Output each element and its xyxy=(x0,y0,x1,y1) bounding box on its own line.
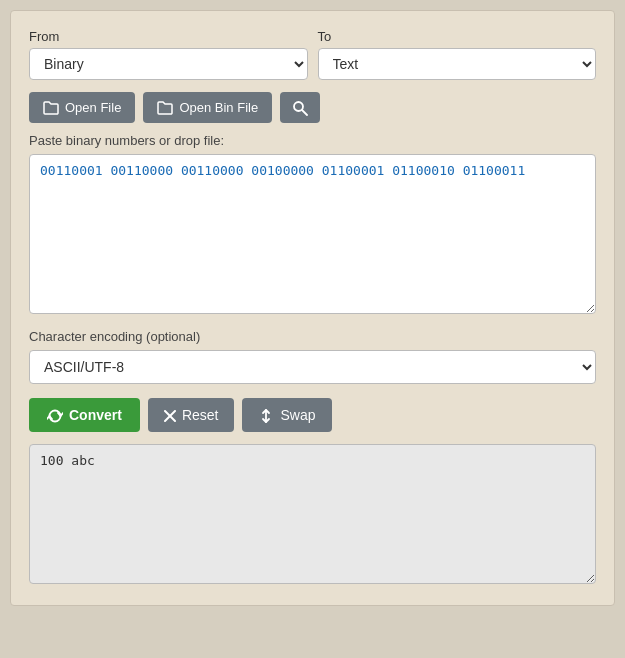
open-file-label: Open File xyxy=(65,100,121,115)
folder-bin-icon xyxy=(157,100,173,116)
reset-button[interactable]: Reset xyxy=(148,398,235,431)
open-bin-file-label: Open Bin File xyxy=(179,100,258,115)
svg-line-1 xyxy=(302,110,307,115)
to-dropdown[interactable]: TextBinaryHexDecimalOctalBase64 xyxy=(318,48,597,80)
main-container: From To BinaryTextHexDecimalOctalBase64 … xyxy=(10,10,615,606)
swap-button[interactable]: Swap xyxy=(242,398,331,431)
binary-input[interactable] xyxy=(29,154,596,314)
output-area[interactable] xyxy=(29,444,596,584)
convert-label: Convert xyxy=(69,407,122,423)
x-icon xyxy=(164,407,176,423)
from-label: From xyxy=(29,29,308,44)
action-buttons-row: Convert Reset Swap xyxy=(29,398,596,431)
search-icon xyxy=(292,99,308,116)
paste-label: Paste binary numbers or drop file: xyxy=(29,133,596,148)
swap-icon xyxy=(258,406,274,423)
swap-label: Swap xyxy=(280,407,315,423)
file-buttons-row: Open File Open Bin File xyxy=(29,92,596,123)
dropdowns-row: BinaryTextHexDecimalOctalBase64 TextBina… xyxy=(29,48,596,80)
labels-row: From To xyxy=(29,29,596,44)
open-file-button[interactable]: Open File xyxy=(29,92,135,123)
encoding-dropdown[interactable]: ASCII/UTF-8UTF-16UTF-32ISO-8859-1 xyxy=(29,350,596,384)
encoding-label: Character encoding (optional) xyxy=(29,329,596,344)
convert-button[interactable]: Convert xyxy=(29,398,140,431)
reset-label: Reset xyxy=(182,407,219,423)
to-label: To xyxy=(318,29,597,44)
from-dropdown[interactable]: BinaryTextHexDecimalOctalBase64 xyxy=(29,48,308,80)
folder-icon xyxy=(43,100,59,116)
search-button[interactable] xyxy=(280,92,320,123)
refresh-icon xyxy=(47,406,63,423)
open-bin-file-button[interactable]: Open Bin File xyxy=(143,92,272,123)
